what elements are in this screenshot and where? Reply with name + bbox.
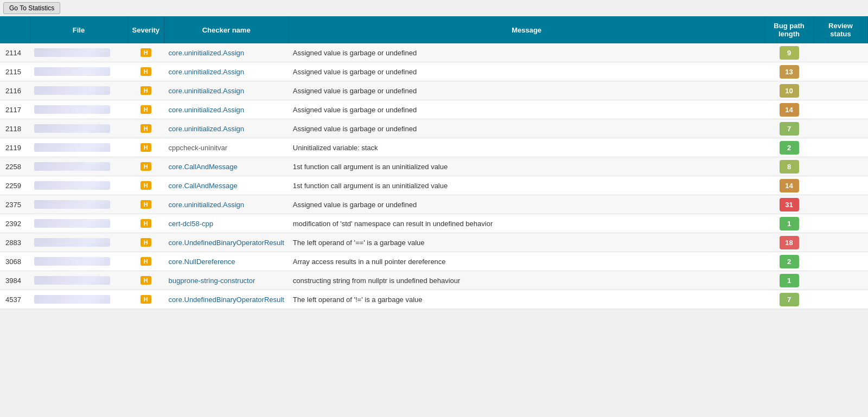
file-cell — [30, 271, 127, 290]
severity-cell: H — [127, 233, 164, 252]
review-status-cell — [814, 157, 868, 176]
severity-badge: H — [141, 124, 151, 133]
checker-cell[interactable]: core.uninitialized.Assign — [164, 119, 289, 138]
table-row[interactable]: 2259Hcore.CallAndMessage1st function cal… — [0, 176, 868, 195]
row-number: 2259 — [0, 176, 30, 195]
checker-link[interactable]: core.uninitialized.Assign — [169, 106, 244, 114]
review-status-cell — [814, 290, 868, 309]
checker-text: cppcheck-uninitvar — [169, 144, 227, 152]
checker-cell[interactable]: core.CallAndMessage — [164, 157, 289, 176]
bug-path-cell: 8 — [765, 157, 814, 176]
message-cell: 1st function call argument is an uniniti… — [289, 157, 765, 176]
bug-path-cell: 9 — [765, 43, 814, 62]
checker-link[interactable]: core.NullDereference — [169, 258, 235, 266]
checker-cell[interactable]: core.NullDereference — [164, 252, 289, 271]
file-cell — [30, 157, 127, 176]
row-number: 2883 — [0, 233, 30, 252]
checker-link[interactable]: core.uninitialized.Assign — [169, 87, 244, 95]
row-number: 2375 — [0, 195, 30, 214]
severity-badge: H — [141, 67, 151, 76]
row-number: 3068 — [0, 252, 30, 271]
review-status-cell — [814, 119, 868, 138]
file-cell — [30, 43, 127, 62]
message-cell: Uninitialized variable: stack — [289, 138, 765, 157]
severity-cell: H — [127, 43, 164, 62]
checker-link[interactable]: core.uninitialized.Assign — [169, 125, 244, 133]
checker-link[interactable]: core.uninitialized.Assign — [169, 49, 244, 57]
th-file[interactable]: File — [30, 16, 127, 43]
checker-cell[interactable]: core.uninitialized.Assign — [164, 81, 289, 100]
results-table-container: File Severity Checker name Message Bug p… — [0, 16, 868, 309]
severity-badge: H — [141, 105, 151, 114]
row-number: 2115 — [0, 62, 30, 81]
th-review-status[interactable]: Review status — [814, 16, 868, 43]
severity-cell: H — [127, 290, 164, 309]
severity-badge: H — [141, 200, 151, 209]
checker-cell: cppcheck-uninitvar — [164, 138, 289, 157]
checker-cell[interactable]: core.uninitialized.Assign — [164, 195, 289, 214]
checker-link[interactable]: bugprone-string-constructor — [169, 277, 256, 285]
table-row[interactable]: 2116Hcore.uninitialized.AssignAssigned v… — [0, 81, 868, 100]
severity-badge: H — [141, 162, 151, 171]
th-checker-name[interactable]: Checker name — [164, 16, 289, 43]
th-bug-path-length[interactable]: Bug path length — [765, 16, 814, 43]
table-row[interactable]: 2115Hcore.uninitialized.AssignAssigned v… — [0, 62, 868, 81]
table-row[interactable]: 2392Hcert-dcl58-cppmodification of 'std'… — [0, 214, 868, 233]
bug-path-cell: 13 — [765, 62, 814, 81]
message-cell: Assigned value is garbage or undefined — [289, 81, 765, 100]
severity-badge: H — [141, 238, 151, 247]
table-row[interactable]: 2114Hcore.uninitialized.AssignAssigned v… — [0, 43, 868, 62]
checker-link[interactable]: core.UndefinedBinaryOperatorResult — [169, 239, 284, 247]
severity-badge: H — [141, 86, 151, 95]
checker-cell[interactable]: core.CallAndMessage — [164, 176, 289, 195]
review-status-cell — [814, 62, 868, 81]
row-number: 4537 — [0, 290, 30, 309]
checker-link[interactable]: core.UndefinedBinaryOperatorResult — [169, 296, 284, 304]
message-cell: Assigned value is garbage or undefined — [289, 195, 765, 214]
message-cell: Assigned value is garbage or undefined — [289, 119, 765, 138]
severity-cell: H — [127, 138, 164, 157]
table-row[interactable]: 2883Hcore.UndefinedBinaryOperatorResultT… — [0, 233, 868, 252]
checker-cell[interactable]: core.UndefinedBinaryOperatorResult — [164, 290, 289, 309]
bug-path-badge: 13 — [780, 65, 799, 79]
checker-cell[interactable]: bugprone-string-constructor — [164, 271, 289, 290]
table-row[interactable]: 2117Hcore.uninitialized.AssignAssigned v… — [0, 100, 868, 119]
review-status-cell — [814, 43, 868, 62]
severity-cell: H — [127, 271, 164, 290]
checker-link[interactable]: cert-dcl58-cpp — [169, 220, 213, 228]
checker-cell[interactable]: core.uninitialized.Assign — [164, 43, 289, 62]
message-cell: Assigned value is garbage or undefined — [289, 43, 765, 62]
go-to-statistics-button[interactable]: Go To Statistics — [3, 2, 60, 14]
bug-path-cell: 14 — [765, 100, 814, 119]
checker-cell[interactable]: cert-dcl58-cpp — [164, 214, 289, 233]
table-row[interactable]: 2375Hcore.uninitialized.AssignAssigned v… — [0, 195, 868, 214]
row-number: 3984 — [0, 271, 30, 290]
table-row[interactable]: 2118Hcore.uninitialized.AssignAssigned v… — [0, 119, 868, 138]
severity-badge: H — [141, 219, 151, 228]
severity-cell: H — [127, 81, 164, 100]
table-row[interactable]: 4537Hcore.UndefinedBinaryOperatorResultT… — [0, 290, 868, 309]
severity-cell: H — [127, 100, 164, 119]
bug-path-badge: 1 — [780, 274, 799, 287]
checker-cell[interactable]: core.uninitialized.Assign — [164, 62, 289, 81]
checker-cell[interactable]: core.UndefinedBinaryOperatorResult — [164, 233, 289, 252]
file-cell — [30, 176, 127, 195]
bug-path-cell: 2 — [765, 252, 814, 271]
row-number: 2119 — [0, 138, 30, 157]
checker-link[interactable]: core.uninitialized.Assign — [169, 201, 244, 209]
row-number: 2117 — [0, 100, 30, 119]
table-row[interactable]: 3984Hbugprone-string-constructorconstruc… — [0, 271, 868, 290]
review-status-cell — [814, 81, 868, 100]
checker-link[interactable]: core.CallAndMessage — [169, 182, 238, 190]
checker-link[interactable]: core.uninitialized.Assign — [169, 68, 244, 76]
checker-cell[interactable]: core.uninitialized.Assign — [164, 100, 289, 119]
bug-path-badge: 7 — [780, 122, 799, 136]
file-cell — [30, 214, 127, 233]
table-row[interactable]: 3068Hcore.NullDereferenceArray access re… — [0, 252, 868, 271]
th-severity[interactable]: Severity — [127, 16, 164, 43]
review-status-cell — [814, 195, 868, 214]
table-row[interactable]: 2119Hcppcheck-uninitvarUninitialized var… — [0, 138, 868, 157]
checker-link[interactable]: core.CallAndMessage — [169, 163, 238, 171]
th-message[interactable]: Message — [289, 16, 765, 43]
table-row[interactable]: 2258Hcore.CallAndMessage1st function cal… — [0, 157, 868, 176]
